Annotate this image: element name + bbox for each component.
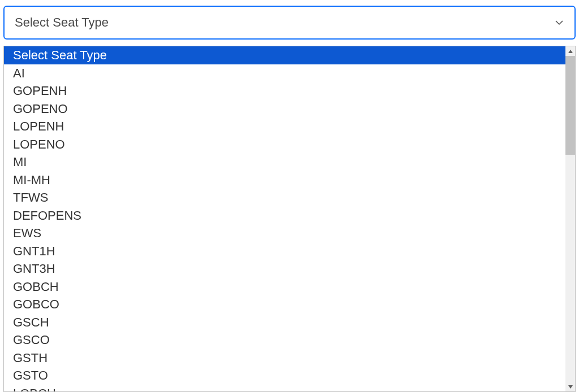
seat-type-dropdown[interactable]: Select Seat TypeAIGOPENHGOPENOLOPENHLOPE… xyxy=(3,46,576,392)
option-item[interactable]: Select Seat Type xyxy=(4,46,575,64)
scrollbar-track[interactable] xyxy=(565,46,575,391)
option-item[interactable]: MI-MH xyxy=(4,171,575,189)
option-item[interactable]: GSCH xyxy=(4,313,575,332)
option-item[interactable]: GOBCO xyxy=(4,295,575,313)
option-item[interactable]: EWS xyxy=(4,224,575,242)
scroll-down-arrow-icon[interactable] xyxy=(565,382,575,391)
seat-type-select[interactable]: Select Seat Type xyxy=(3,6,576,40)
option-item[interactable]: GOPENH xyxy=(4,82,575,100)
option-item[interactable]: LOPENH xyxy=(4,117,575,136)
option-item[interactable]: GOPENO xyxy=(4,100,575,118)
option-item[interactable]: MI xyxy=(4,153,575,171)
option-item[interactable]: AI xyxy=(4,64,575,82)
option-item[interactable]: TFWS xyxy=(4,189,575,207)
option-item[interactable]: LOPENO xyxy=(4,136,575,154)
option-item[interactable]: DEFOPENS xyxy=(4,207,575,225)
options-container: Select Seat TypeAIGOPENHGOPENOLOPENHLOPE… xyxy=(4,46,575,391)
option-item[interactable]: GSCO xyxy=(4,331,575,349)
option-item[interactable]: GSTH xyxy=(4,349,575,367)
option-item[interactable]: GOBCH xyxy=(4,278,575,296)
scroll-up-arrow-icon[interactable] xyxy=(565,46,575,56)
option-item[interactable]: GNT3H xyxy=(4,260,575,278)
option-item[interactable]: GNT1H xyxy=(4,242,575,260)
option-item[interactable]: LOBCH xyxy=(4,385,575,392)
svg-marker-0 xyxy=(568,50,573,53)
svg-marker-1 xyxy=(568,385,573,389)
scrollbar-thumb[interactable] xyxy=(565,56,575,155)
chevron-down-icon xyxy=(554,18,564,28)
option-item[interactable]: GSTO xyxy=(4,367,575,385)
select-placeholder: Select Seat Type xyxy=(15,15,109,30)
